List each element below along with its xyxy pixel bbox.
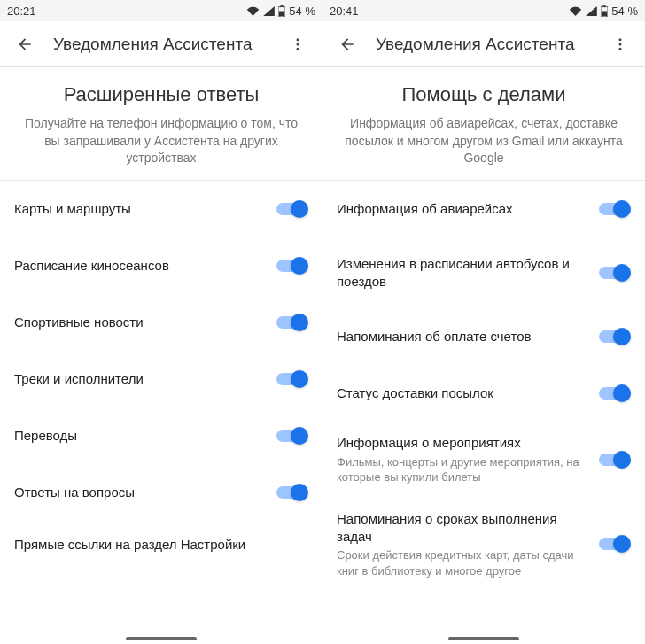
phone-left: 20:21 54 % Уведомления Ассистента Расшир… [0,0,322,644]
status-time: 20:21 [7,4,36,18]
setting-answers[interactable]: Ответы на вопросы [0,464,322,521]
setting-desc: Фильмы, концерты и другие мероприятия, н… [337,454,588,485]
setting-label: Информация о мероприятиях [337,434,588,452]
setting-label: Статус доставки посылок [337,384,588,402]
setting-partial[interactable]: Прямые ссылки на раздел Настройки [0,521,322,552]
signal-icon [263,6,275,16]
toggle-switch[interactable] [599,451,631,469]
svg-point-3 [297,38,299,41]
more-vert-icon [612,36,628,52]
status-bar: 20:21 54 % [0,0,322,21]
back-button[interactable] [11,30,39,58]
section-header: Расширенные ответы Получайте на телефон … [0,67,322,181]
section-subtitle: Информация об авиарейсах, счетах, достав… [344,115,624,167]
setting-label: Напоминания об оплате счетов [337,328,588,345]
section-header: Помощь с делами Информация об авиарейсах… [322,67,645,181]
setting-movies[interactable]: Расписание киносеансов [0,237,322,294]
arrow-back-icon [338,35,356,53]
setting-label: Треки и исполнители [14,370,266,388]
wifi-icon [569,6,582,16]
battery-icon [278,5,285,17]
svg-point-4 [297,43,299,45]
setting-translations[interactable]: Переводы [0,407,322,464]
toggle-switch[interactable] [276,257,308,275]
app-bar: Уведомления Ассистента [322,21,645,67]
back-button[interactable] [333,30,361,58]
setting-label: Спортивные новости [14,314,266,331]
setting-label: Ответы на вопросы [14,484,266,501]
toggle-switch[interactable] [599,384,631,402]
svg-rect-2 [279,11,284,16]
setting-maps[interactable]: Карты и маршруты [0,181,322,237]
svg-point-9 [619,38,622,41]
toggle-switch[interactable] [599,200,631,218]
toggle-switch[interactable] [276,314,308,331]
svg-rect-8 [602,11,607,16]
setting-label: Напоминания о сроках выполнения задач [337,510,588,547]
toggle-switch[interactable] [276,370,308,388]
battery-percent: 54 % [611,4,638,18]
setting-label: Переводы [14,427,266,445]
nav-handle[interactable] [448,637,519,640]
content-scroll[interactable]: Расширенные ответы Получайте на телефон … [0,67,322,644]
toggle-switch[interactable] [599,328,631,345]
menu-button[interactable] [284,30,312,58]
setting-deadlines[interactable]: Напоминания о сроках выполнения задач Ср… [322,498,645,592]
setting-label: Информация об авиарейсах [337,200,588,218]
wifi-icon [246,6,260,16]
setting-sports[interactable]: Спортивные новости [0,294,322,351]
setting-transit[interactable]: Изменения в расписании автобусов и поезд… [322,237,645,309]
more-vert-icon [290,36,306,52]
battery-percent: 54 % [289,4,315,18]
app-title: Уведомления Ассистента [376,35,606,54]
nav-handle[interactable] [126,637,197,640]
toggle-switch[interactable] [599,535,631,553]
svg-point-5 [297,47,299,50]
toggle-switch[interactable] [599,264,631,282]
toggle-switch[interactable] [276,427,308,445]
phone-right: 20:41 54 % Уведомления Ассистента Помощь… [322,0,645,644]
status-time: 20:41 [330,4,359,18]
setting-packages[interactable]: Статус доставки посылок [322,365,645,422]
setting-events[interactable]: Информация о мероприятиях Фильмы, концер… [322,422,645,497]
setting-label: Изменения в расписании автобусов и поезд… [337,255,588,291]
status-right: 54 % [246,4,315,18]
signal-icon [586,6,597,16]
section-title: Помощь с делами [344,83,624,106]
setting-tracks[interactable]: Треки и исполнители [0,351,322,407]
svg-point-10 [619,43,622,45]
battery-icon [601,5,608,17]
toggle-switch[interactable] [276,484,308,501]
arrow-back-icon [16,35,34,53]
menu-button[interactable] [606,30,634,58]
toggle-switch[interactable] [276,200,308,218]
section-title: Расширенные ответы [21,83,301,106]
status-bar: 20:41 54 % [322,0,645,21]
setting-flights[interactable]: Информация об авиарейсах [322,181,645,237]
setting-bills[interactable]: Напоминания об оплате счетов [322,308,645,365]
section-subtitle: Получайте на телефон информацию о том, ч… [21,115,301,167]
app-title: Уведомления Ассистента [53,35,284,54]
app-bar: Уведомления Ассистента [0,21,322,67]
status-right: 54 % [569,4,638,18]
svg-point-11 [619,47,622,50]
setting-label: Карты и маршруты [14,200,266,218]
setting-desc: Сроки действия кредитных карт, даты сдач… [337,547,588,578]
setting-label: Расписание киносеансов [14,257,266,275]
content-scroll[interactable]: Помощь с делами Информация об авиарейсах… [322,67,645,644]
